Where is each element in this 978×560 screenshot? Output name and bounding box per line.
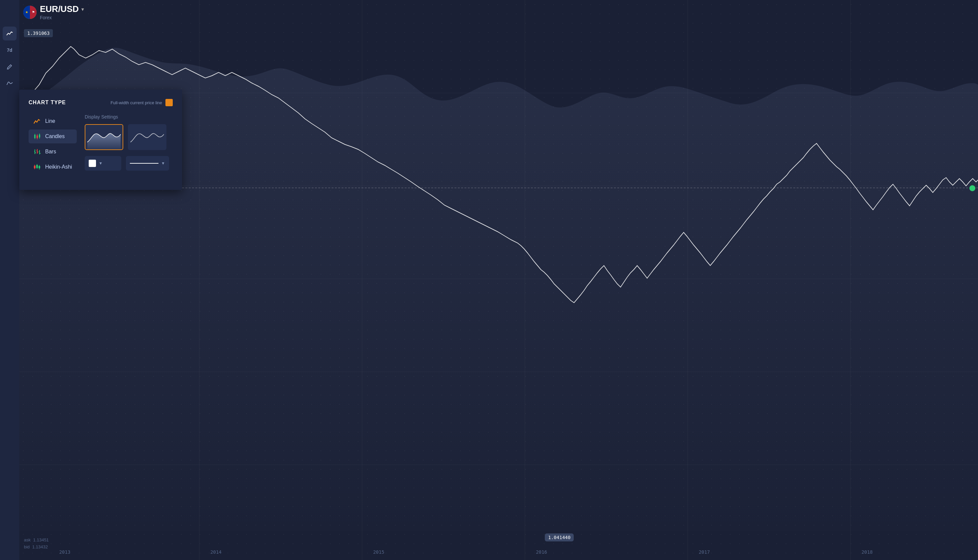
pair-title[interactable]: EUR/USD ▾ xyxy=(40,4,84,14)
chart-area: 1.391063 1.041440 2013 2014 2015 2016 20… xyxy=(0,0,978,560)
eur-flag: ★ xyxy=(23,6,30,19)
svg-rect-35 xyxy=(38,166,40,168)
bars-label: Bars xyxy=(45,149,56,155)
heikin-icon xyxy=(33,163,40,171)
chart-type-popup: CHART TYPE Full-width current price line… xyxy=(19,90,182,190)
color-dropdown[interactable]: ▼ xyxy=(85,156,121,171)
pair-flag: ★ ⚑ xyxy=(23,6,37,19)
bid-row: bid 1.13432 xyxy=(24,544,49,551)
indicator-button[interactable] xyxy=(3,77,17,90)
current-price-dot xyxy=(970,185,975,191)
full-width-toggle[interactable]: Full-width current price line xyxy=(110,99,173,106)
svg-rect-32 xyxy=(36,165,38,168)
pair-dropdown-arrow: ▾ xyxy=(81,7,84,12)
left-sidebar: 7d xyxy=(0,0,19,560)
pair-category: Forex xyxy=(40,15,84,20)
chart-preview-filled[interactable] xyxy=(85,124,123,150)
ask-row: ask 1.13451 xyxy=(24,537,49,544)
ask-value: 1.13451 xyxy=(33,537,49,542)
date-2017: 2017 xyxy=(699,549,710,555)
price-low-label: 1.041440 xyxy=(545,533,574,542)
line-dropdown-arrow: ▼ xyxy=(161,161,165,166)
color-swatch xyxy=(89,160,96,167)
full-width-toggle-box[interactable] xyxy=(166,99,173,106)
heikin-label: Heikin-Ashi xyxy=(45,164,72,170)
chart-type-bars[interactable]: Bars xyxy=(28,145,77,159)
display-settings-label: Display Settings xyxy=(85,114,173,120)
chart-type-heikin[interactable]: Heikin-Ashi xyxy=(28,160,77,174)
draw-button[interactable] xyxy=(3,60,17,74)
pair-name: EUR/USD xyxy=(40,4,79,14)
display-settings: Display Settings xyxy=(85,114,173,181)
date-2016: 2016 xyxy=(536,549,547,555)
svg-rect-17 xyxy=(39,135,40,137)
popup-body: Line Candles xyxy=(28,114,173,181)
bid-value: 1.13432 xyxy=(32,544,48,549)
svg-rect-11 xyxy=(34,135,35,138)
usd-flag: ⚑ xyxy=(30,6,37,19)
chart-preview-outline[interactable] xyxy=(128,124,166,150)
svg-rect-14 xyxy=(37,135,38,138)
display-dropdowns: ▼ ▼ xyxy=(85,156,173,171)
ask-bid-info: ask 1.13451 bid 1.13432 xyxy=(24,537,49,551)
line-icon xyxy=(33,118,40,125)
popup-header: CHART TYPE Full-width current price line xyxy=(28,99,173,106)
line-style-dropdown[interactable]: ▼ xyxy=(126,156,169,171)
pair-info: EUR/USD ▾ Forex xyxy=(40,4,84,20)
candles-icon xyxy=(33,133,40,140)
timeframe-button[interactable]: 7d xyxy=(3,43,17,57)
chart-type-button[interactable] xyxy=(3,27,17,40)
line-label: Line xyxy=(45,118,55,124)
header: ★ ⚑ EUR/USD ▾ Forex xyxy=(23,4,84,20)
ask-label: ask xyxy=(24,537,30,542)
bars-icon xyxy=(33,148,40,155)
main-chart-svg xyxy=(19,0,978,531)
date-2013: 2013 xyxy=(59,549,70,555)
chart-type-line[interactable]: Line xyxy=(28,114,77,128)
price-high-label: 1.391063 xyxy=(24,29,53,37)
date-2014: 2014 xyxy=(210,549,222,555)
date-2015: 2015 xyxy=(373,549,385,555)
line-sample xyxy=(130,163,159,163)
chart-type-candles[interactable]: Candles xyxy=(28,130,77,143)
chart-type-list: Line Candles xyxy=(28,114,77,174)
full-width-label: Full-width current price line xyxy=(110,100,162,105)
date-2018: 2018 xyxy=(861,549,873,555)
color-dropdown-arrow: ▼ xyxy=(99,161,103,166)
svg-rect-29 xyxy=(34,166,35,168)
popup-title: CHART TYPE xyxy=(28,100,66,105)
bid-label: bid xyxy=(24,544,30,549)
candles-label: Candles xyxy=(45,133,65,139)
chart-previews xyxy=(85,124,173,150)
timeframe-label: 7d xyxy=(7,47,12,53)
